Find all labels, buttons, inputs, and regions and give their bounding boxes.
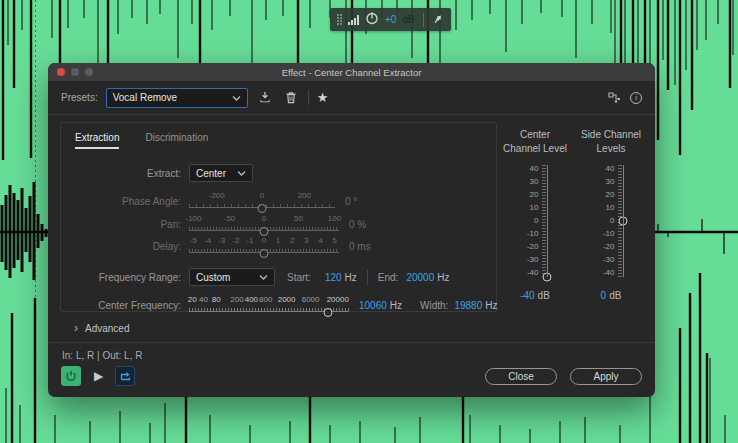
extract-row: Extract: Center [61, 161, 496, 185]
advanced-label: Advanced [85, 323, 129, 334]
tick-label: -100 [185, 214, 201, 223]
extract-dropdown[interactable]: Center [189, 164, 253, 182]
frequency-range-dropdown[interactable]: Custom [189, 268, 275, 286]
tick-label: 2 [290, 236, 294, 245]
tick-label: 200 [298, 191, 311, 200]
tick-label: 0 [534, 217, 538, 225]
tick-label: -20 [603, 243, 615, 251]
tick-label: -200 [209, 191, 225, 200]
favorite-star-icon[interactable]: ★ [317, 91, 329, 104]
tick-label: -40 [527, 269, 539, 277]
tick-label: 10 [530, 204, 539, 212]
delay-label: Delay: [61, 241, 189, 252]
level-meter-toolbar: +0 dB [330, 8, 451, 31]
tab-bar: Extraction Discrimination [75, 132, 496, 149]
delete-preset-icon[interactable] [282, 89, 300, 107]
phase-angle-value: 0 ° [345, 196, 357, 207]
side-meter-value[interactable]: 0dB [573, 290, 649, 301]
level-value[interactable]: +0 [385, 14, 396, 25]
side-meter-slider[interactable] [618, 165, 628, 277]
center-meter-slider[interactable] [542, 165, 552, 277]
tick-label: 100 [328, 214, 341, 223]
io-status-text: In: L, R | Out: L, R [48, 343, 655, 361]
apply-button[interactable]: Apply [570, 368, 642, 385]
phase-angle-label: Phase Angle: [61, 196, 189, 207]
tick-label: 30 [606, 178, 615, 186]
frequency-range-label: Frequency Range: [61, 272, 189, 283]
chevron-right-icon: › [74, 322, 78, 334]
center-frequency-label: Center Frequency: [61, 300, 189, 311]
level-bars-icon [348, 15, 359, 25]
loop-playback-button[interactable] [115, 366, 135, 386]
divider [367, 270, 368, 285]
side-channel-meter: Side Channel Levels 403020100-10-20-30-4… [573, 128, 649, 315]
dialog-titlebar[interactable]: Effect - Center Channel Extractor [48, 63, 655, 81]
presets-divider [308, 90, 309, 105]
save-preset-icon[interactable] [256, 89, 274, 107]
close-button[interactable]: Close [485, 368, 557, 385]
tick-label: 20 [606, 191, 615, 199]
pan-row: Pan: -100-50050100 0 % [61, 213, 496, 235]
slider-knob[interactable] [260, 249, 269, 258]
effect-dialog: Effect - Center Channel Extractor Preset… [48, 63, 655, 397]
level-unit: dB [402, 14, 414, 25]
delay-value: 0 ms [349, 241, 371, 252]
start-value[interactable]: 120Hz [325, 272, 357, 283]
side-meter-title: Side Channel Levels [573, 128, 649, 155]
phase-angle-slider[interactable]: -2000200 [189, 191, 335, 211]
center-frequency-value[interactable]: 10060Hz [359, 300, 402, 311]
tick-label: 400 [245, 295, 258, 304]
tick-label: 50 [294, 214, 303, 223]
loop-icon [119, 371, 132, 382]
slider-knob[interactable] [258, 204, 267, 213]
tick-label: -3 [218, 236, 225, 245]
tab-extraction[interactable]: Extraction [75, 132, 119, 149]
chevron-down-icon [259, 274, 268, 280]
presets-value: Vocal Remove [113, 92, 177, 103]
start-label: Start: [287, 272, 311, 283]
end-label: End: [378, 272, 399, 283]
level-meters: Center Channel Level 403020100-10-20-30-… [497, 122, 649, 315]
end-value[interactable]: 20000Hz [406, 272, 449, 283]
center-frequency-slider[interactable]: 2040802004008002000600020000 [189, 295, 349, 315]
tick-label: 20 [530, 191, 539, 199]
knob-icon[interactable] [365, 11, 379, 29]
tick-label: 1 [276, 236, 280, 245]
power-toggle-button[interactable] [61, 366, 81, 386]
power-icon [65, 370, 77, 382]
pan-slider[interactable]: -100-50050100 [189, 214, 339, 234]
slider-knob[interactable] [543, 273, 552, 282]
width-label: Width: [420, 300, 448, 311]
presets-dropdown[interactable]: Vocal Remove [106, 88, 248, 108]
dialog-content: Extraction Discrimination Extract: Cente… [48, 115, 655, 315]
tick-label: 40 [530, 165, 539, 173]
slider-knob[interactable] [324, 308, 333, 317]
frequency-range-row: Frequency Range: Custom Start: 120Hz End… [61, 265, 496, 289]
tick-label: -10 [527, 230, 539, 238]
channel-map-icon[interactable] [607, 91, 620, 105]
slider-knob[interactable] [619, 217, 628, 226]
frequency-range-value: Custom [196, 272, 230, 283]
width-value[interactable]: 19880Hz [454, 300, 497, 311]
tick-label: -20 [527, 243, 539, 251]
slider-knob[interactable] [260, 227, 269, 236]
tab-discrimination[interactable]: Discrimination [145, 132, 208, 149]
tick-label: 40 [199, 295, 208, 304]
center-meter-value[interactable]: -40dB [497, 290, 573, 301]
pin-icon[interactable] [432, 11, 444, 29]
play-button[interactable]: ▶ [94, 369, 103, 383]
advanced-disclosure[interactable]: › Advanced [74, 322, 655, 334]
tick-label: 200 [230, 295, 243, 304]
delay-slider[interactable]: -5-4-3-2-1012345 [189, 236, 339, 256]
drag-handle-icon[interactable] [337, 14, 342, 25]
tick-label: 40 [606, 165, 615, 173]
presets-row: Presets: Vocal Remove ★ i [48, 81, 655, 114]
info-icon[interactable]: i [630, 92, 642, 104]
center-meter-title: Center Channel Level [497, 128, 573, 155]
tick-label: 20 [188, 295, 197, 304]
chevron-down-icon [232, 95, 241, 101]
tick-label: -5 [190, 236, 197, 245]
phase-angle-row: Phase Angle: -2000200 0 ° [61, 189, 496, 213]
delay-row: Delay: -5-4-3-2-1012345 0 ms [61, 235, 496, 257]
tick-label: 0 [260, 191, 264, 200]
